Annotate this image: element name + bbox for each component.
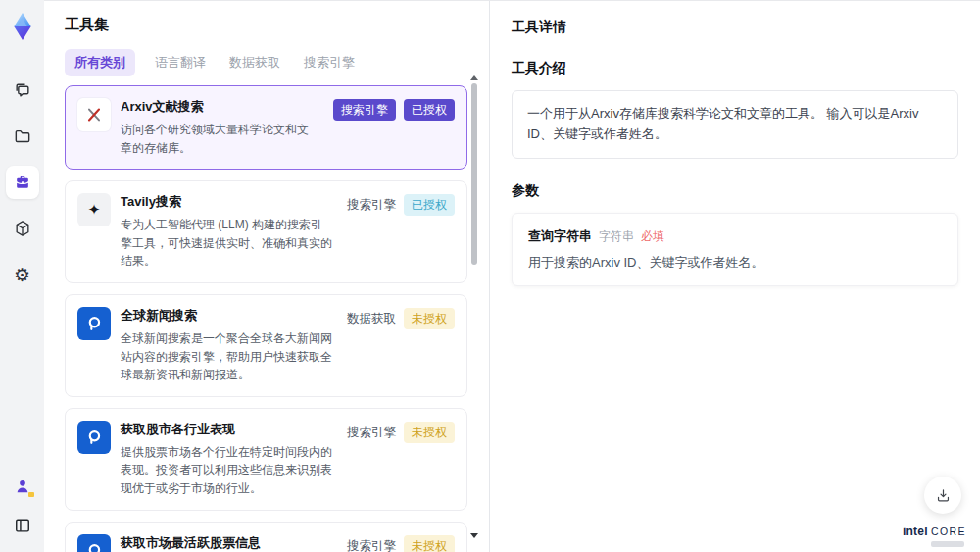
- tool-card[interactable]: 获取股市各行业表现 提供股票市场各个行业在特定时间段内的表现。投资者可以利用这些…: [65, 408, 467, 511]
- icon-sidebar: ⚙: [0, 0, 44, 552]
- sidebar-item-chat[interactable]: [6, 74, 39, 107]
- intro-heading: 工具介绍: [512, 60, 958, 77]
- gear-icon: ⚙: [14, 266, 30, 284]
- download-icon: [935, 487, 952, 504]
- tool-card[interactable]: 获取市场最活跃股票信息 提供当天交易量最高的股票列表，投资者可以利用这些信息来识…: [65, 522, 467, 552]
- params-heading: 参数: [512, 182, 958, 200]
- active-stocks-logo-icon: [77, 534, 111, 552]
- panel-toggle-icon: [13, 516, 32, 535]
- tool-list-panel: 工具集 所有类别语言翻译数据获取搜索引擎 Arxiv文献搜索 访问各个研究领域大…: [44, 1, 490, 552]
- news-search-logo-icon: [77, 307, 111, 340]
- intel-ultra-bar: [931, 541, 964, 547]
- tool-auth-badge: 未授权: [404, 308, 455, 329]
- tab-category-3[interactable]: 搜索引擎: [300, 49, 359, 76]
- stock-sector-logo-icon: [77, 421, 111, 454]
- param-required-flag: 必填: [641, 228, 664, 245]
- tool-category-badge: 搜索引擎: [347, 535, 396, 552]
- tool-desc: 提供股票市场各个行业在特定时间段内的表现。投资者可以利用这些信息来识别表现优于或…: [121, 443, 333, 498]
- tool-title: 获取市场最活跃股票信息: [121, 534, 333, 552]
- tool-list: Arxiv文献搜索 访问各个研究领域大量科学论文和文章的存储库。 搜索引擎 已授…: [65, 85, 489, 552]
- tool-card[interactable]: Arxiv文献搜索 访问各个研究领域大量科学论文和文章的存储库。 搜索引擎 已授…: [65, 85, 467, 170]
- tool-desc: 全球新闻搜索是一个聚合全球各大新闻网站内容的搜索引擎，帮助用户快速获取全球最新资…: [121, 329, 333, 384]
- tab-category-2[interactable]: 数据获取: [225, 49, 284, 76]
- tool-title: 全球新闻搜索: [121, 307, 333, 325]
- scrollbar[interactable]: [470, 75, 478, 538]
- download-button[interactable]: [924, 477, 961, 514]
- cube-icon: [13, 219, 32, 238]
- page-title: 工具集: [65, 16, 489, 34]
- param-name: 查询字符串: [528, 227, 592, 245]
- tool-badges: 搜索引擎 已授权: [333, 98, 455, 157]
- folder-icon: [13, 126, 32, 146]
- app-logo[interactable]: [5, 9, 40, 44]
- briefcase-icon: [13, 173, 32, 192]
- tool-auth-badge: 未授权: [404, 535, 455, 552]
- tool-card[interactable]: 全球新闻搜索 全球新闻搜索是一个聚合全球各大新闻网站内容的搜索引擎，帮助用户快速…: [65, 294, 467, 397]
- intel-word: intel: [903, 525, 928, 538]
- category-tabs: 所有类别语言翻译数据获取搜索引擎: [65, 49, 489, 76]
- chat-icon: [13, 80, 32, 100]
- tool-title: 获取股市各行业表现: [121, 421, 333, 438]
- tool-card[interactable]: ✦ Tavily搜索 专为人工智能代理 (LLM) 构建的搜索引擎工具，可快速提…: [65, 180, 467, 283]
- tool-desc: 访问各个研究领域大量科学论文和文章的存储库。: [121, 121, 319, 157]
- tool-badges: 搜索引擎 已授权: [347, 193, 455, 271]
- tool-badges: 搜索引擎 未授权: [347, 534, 455, 552]
- tab-category-1[interactable]: 语言翻译: [151, 49, 210, 76]
- scroll-down-arrow[interactable]: [470, 533, 478, 538]
- param-card: 查询字符串 字符串 必填 用于搜索的Arxiv ID、关键字或作者姓名。: [512, 213, 958, 286]
- tool-badges: 数据获取 未授权: [347, 307, 455, 384]
- sidebar-item-tools[interactable]: [6, 166, 39, 199]
- sidebar-item-settings[interactable]: ⚙: [6, 258, 39, 291]
- param-desc: 用于搜索的Arxiv ID、关键字或作者姓名。: [528, 254, 942, 272]
- scroll-up-arrow[interactable]: [470, 75, 478, 80]
- tavily-star-icon: ✦: [77, 193, 111, 226]
- sidebar-collapse-toggle[interactable]: [6, 509, 39, 542]
- avatar-status-dot: [28, 492, 34, 497]
- tool-category-badge: 搜索引擎: [347, 194, 396, 217]
- tool-title: Tavily搜索: [121, 193, 333, 211]
- sidebar-bottom-nav: [6, 470, 39, 542]
- sidebar-nav: ⚙: [6, 74, 39, 291]
- tool-title: Arxiv文献搜索: [121, 98, 319, 116]
- sidebar-item-files[interactable]: [6, 120, 39, 153]
- tool-badges: 搜索引擎 未授权: [347, 421, 455, 498]
- tab-category-0[interactable]: 所有类别: [65, 49, 135, 76]
- tool-auth-badge: 未授权: [404, 422, 455, 443]
- tool-category-badge: 搜索引擎: [347, 422, 396, 444]
- tool-auth-badge: 已授权: [404, 99, 455, 121]
- scrollbar-thumb[interactable]: [471, 83, 477, 265]
- tool-category-badge: 数据获取: [347, 308, 396, 330]
- tool-detail-panel: 工具详情 工具介绍 一个用于从Arxiv存储库搜索科学论文和文章的工具。 输入可…: [490, 1, 980, 552]
- param-type: 字符串: [599, 228, 634, 245]
- sidebar-item-packages[interactable]: [6, 212, 39, 245]
- core-word: CORE: [931, 526, 966, 537]
- gem-logo-icon: [7, 11, 38, 42]
- param-head: 查询字符串 字符串 必填: [528, 227, 942, 245]
- main-area: 工具集 所有类别语言翻译数据获取搜索引擎 Arxiv文献搜索 访问各个研究领域大…: [44, 0, 980, 552]
- detail-title: 工具详情: [512, 19, 958, 36]
- sidebar-item-account[interactable]: [6, 470, 39, 503]
- tool-desc: 专为人工智能代理 (LLM) 构建的搜索引擎工具，可快速提供实时、准确和真实的结…: [121, 216, 333, 271]
- intel-core-badge: intel CORE: [903, 526, 966, 547]
- tool-auth-badge: 已授权: [404, 194, 455, 216]
- intro-text-box: 一个用于从Arxiv存储库搜索科学论文和文章的工具。 输入可以是Arxiv ID…: [512, 90, 958, 159]
- tool-category-badge: 搜索引擎: [333, 99, 396, 121]
- arxiv-logo-icon: [77, 98, 111, 131]
- intel-core-wordmark: intel CORE: [903, 526, 966, 538]
